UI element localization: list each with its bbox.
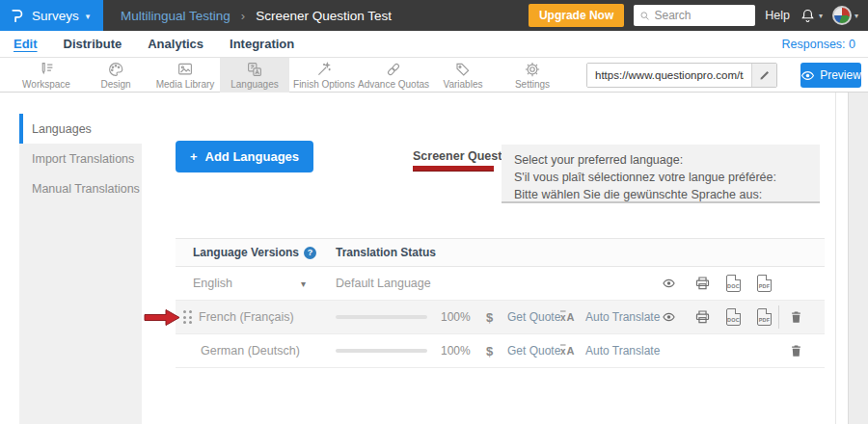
tool-media-library[interactable]: Media Library	[150, 58, 220, 93]
product-label: Surveys	[32, 9, 79, 23]
export-pdf-button[interactable]: PDF	[757, 275, 772, 292]
translation-progress-percent: 100%	[441, 310, 471, 324]
auto-translate-link[interactable]: Auto Translate	[585, 310, 660, 324]
view-language-button[interactable]	[660, 277, 678, 290]
preview-line-german: Bitte wählen Sie die gewünschte Sprache …	[514, 186, 807, 203]
auto-translate-link[interactable]: Auto Translate	[585, 344, 660, 358]
language-versions-table: Language Versions ? Translation Status E…	[176, 238, 825, 368]
tab-integration[interactable]: Integration	[230, 37, 294, 51]
topbar: Surveys ▾ Multilingual Testing › Screene…	[0, 0, 868, 31]
delete-language-button[interactable]	[789, 309, 803, 326]
tool-finish-options[interactable]: Finish Options	[289, 58, 359, 93]
tool-settings[interactable]: Settings	[498, 58, 567, 93]
palette-icon	[107, 61, 124, 78]
sidebar-item-manual-translations[interactable]: Manual Translations	[19, 173, 142, 203]
content-area: Languages Import Translations Manual Tra…	[0, 93, 868, 424]
red-underline-annotation	[413, 166, 494, 171]
trash-icon	[789, 343, 803, 359]
add-languages-button[interactable]: + Add Languages	[176, 141, 313, 172]
search-icon	[639, 10, 650, 22]
survey-url-group	[586, 63, 777, 88]
edit-url-button[interactable]	[751, 64, 776, 87]
breadcrumb-separator-icon: ›	[241, 9, 245, 23]
dollar-icon[interactable]: $	[486, 344, 493, 358]
sidebar-item-languages[interactable]: Languages	[19, 114, 142, 144]
auto-translate-icon[interactable]: xA	[560, 312, 575, 323]
table-row-english: English ▾ Default Language DOC PDF	[176, 267, 825, 301]
languages-sidebar: Languages Import Translations Manual Tra…	[19, 114, 142, 424]
tool-design[interactable]: Design	[81, 58, 150, 93]
table-row-french: French (Français) 100% $ Get Quote xA Au…	[176, 301, 825, 334]
dollar-icon[interactable]: $	[486, 310, 493, 325]
product-menu[interactable]: Surveys ▾	[0, 0, 103, 31]
red-arrow-annotation	[144, 308, 180, 331]
print-language-button[interactable]	[694, 309, 711, 326]
table-header: Language Versions ? Translation Status	[176, 238, 825, 267]
column-header-language-versions: Language Versions ?	[193, 246, 316, 259]
search-input[interactable]	[655, 9, 750, 22]
survey-url-input[interactable]	[587, 64, 751, 87]
account-menu[interactable]: ▾	[832, 6, 858, 25]
topbar-actions: Upgrade Now Help ▾ ▾	[529, 4, 868, 27]
avatar	[832, 6, 852, 25]
translation-progress-bar	[336, 349, 427, 353]
responses-count: Responses: 0	[782, 38, 868, 51]
translation-progress-percent: 100%	[441, 344, 471, 358]
preview-line-french: S'il vous plaît sélectionnez votre langu…	[514, 169, 807, 186]
panel-divider	[835, 93, 836, 424]
default-language-label: Default Language	[336, 277, 431, 290]
eye-icon	[660, 310, 678, 324]
tool-advance-quotas[interactable]: Advance Quotas	[359, 58, 428, 93]
plus-icon: +	[190, 149, 198, 164]
sidebar-item-import-translations[interactable]: Import Translations	[19, 144, 142, 173]
gear-icon	[524, 61, 541, 78]
drag-handle[interactable]	[183, 310, 192, 324]
actions-divider	[778, 305, 779, 329]
export-doc-button[interactable]: DOC	[726, 308, 741, 326]
export-doc-button[interactable]: DOC	[726, 275, 741, 292]
delete-language-button[interactable]	[789, 343, 803, 359]
eye-icon	[660, 277, 678, 290]
questionpro-logo	[9, 8, 25, 24]
chain-link-icon	[385, 61, 402, 78]
auto-translate-icon[interactable]: xA	[560, 346, 575, 357]
breadcrumb-page-name: Screener Question Test	[256, 9, 392, 23]
pdf-file-icon: PDF	[757, 275, 772, 292]
export-pdf-button[interactable]: PDF	[757, 308, 772, 326]
pdf-file-icon: PDF	[757, 308, 772, 326]
magic-wand-icon	[315, 61, 333, 78]
help-icon[interactable]: ?	[304, 247, 316, 259]
doc-file-icon: DOC	[726, 275, 741, 292]
survey-toolbar: Workspace Design Media Library Languages…	[0, 58, 868, 93]
preview-button[interactable]: Preview	[800, 63, 861, 88]
translation-progress-bar	[336, 315, 427, 319]
tag-icon	[454, 61, 472, 78]
printer-icon	[694, 309, 711, 326]
search-box[interactable]	[634, 5, 755, 26]
get-quote-link[interactable]: Get Quote	[507, 344, 560, 358]
get-quote-link[interactable]: Get Quote	[507, 310, 560, 324]
print-language-button[interactable]	[694, 276, 711, 292]
notifications-menu[interactable]: ▾	[800, 8, 823, 24]
tab-distribute[interactable]: Distribute	[64, 37, 122, 51]
tool-workspace[interactable]: Workspace	[12, 58, 81, 93]
printer-icon	[694, 276, 711, 292]
bell-icon	[800, 8, 816, 24]
eye-icon	[800, 68, 815, 83]
tool-variables[interactable]: Variables	[428, 58, 498, 93]
tool-languages[interactable]: Languages	[220, 58, 289, 93]
breadcrumb-survey-name[interactable]: Multilingual Testing	[121, 9, 231, 23]
pencil-icon	[759, 69, 771, 81]
preview-line-english: Select your preferred language:	[514, 151, 807, 169]
breadcrumb: Multilingual Testing › Screener Question…	[121, 9, 392, 23]
help-link[interactable]: Help	[765, 9, 790, 22]
chevron-down-icon: ▾	[854, 12, 858, 20]
workspace-icon	[38, 61, 55, 78]
tab-edit[interactable]: Edit	[14, 37, 38, 51]
chevron-down-icon: ▾	[301, 278, 306, 289]
main-nav: Edit Distribute Analytics Integration Re…	[0, 31, 868, 58]
view-language-button[interactable]	[660, 310, 678, 324]
table-row-german: German (Deutsch) 100% $ Get Quote xA Aut…	[176, 334, 825, 368]
upgrade-now-button[interactable]: Upgrade Now	[529, 4, 624, 27]
tab-analytics[interactable]: Analytics	[148, 37, 203, 51]
